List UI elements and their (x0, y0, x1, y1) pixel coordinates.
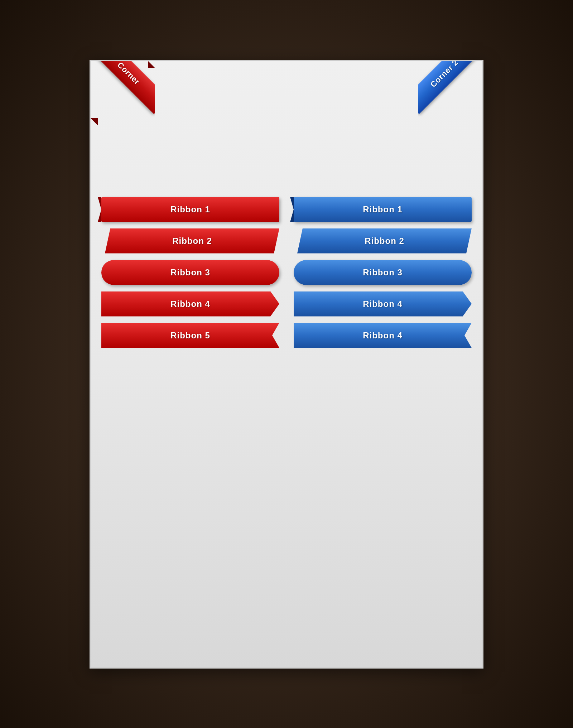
red-ribbon-4[interactable]: Ribbon 4 (101, 291, 279, 317)
red-ribbon-3-label: Ribbon 3 (170, 267, 210, 278)
red-ribbon-1-label: Ribbon 1 (170, 204, 210, 214)
blue-ribbon-4[interactable]: Ribbon 4 (294, 291, 472, 317)
corner-blue-label: Corner 2 (429, 61, 460, 89)
corner-red-fold-right (148, 61, 155, 68)
red-ribbon-5-label: Ribbon 5 (170, 331, 210, 341)
main-card: Corner Corner 2 Ribbon 1 Ribbon 2 Ribbon… (90, 60, 483, 669)
red-ribbon-3[interactable]: Ribbon 3 (101, 260, 279, 285)
blue-ribbon-2[interactable]: Ribbon 2 (297, 228, 472, 254)
ribbons-container: Ribbon 1 Ribbon 2 Ribbon 3 Ribbon 4 Ribb… (91, 197, 482, 351)
corner-red-band: Corner (91, 61, 155, 114)
blue-ribbon-column: Ribbon 1 Ribbon 2 Ribbon 3 Ribbon 4 Ribb… (294, 197, 472, 351)
blue-ribbon-3[interactable]: Ribbon 3 (294, 260, 472, 285)
corner-ribbon-red: Corner (91, 61, 155, 125)
blue-ribbon-4-label: Ribbon 4 (363, 299, 403, 309)
red-ribbon-2[interactable]: Ribbon 2 (105, 228, 279, 254)
corner-red-label: Corner (115, 61, 142, 87)
corner-ribbon-blue: Corner 2 (418, 61, 482, 125)
blue-ribbon-1[interactable]: Ribbon 1 (294, 197, 472, 222)
blue-ribbon-2-label: Ribbon 2 (365, 236, 404, 246)
blue-ribbon-1-label: Ribbon 1 (363, 204, 403, 214)
blue-ribbon-5[interactable]: Ribbon 4 (294, 323, 472, 348)
red-ribbon-4-label: Ribbon 4 (170, 299, 210, 309)
red-ribbon-2-label: Ribbon 2 (172, 236, 212, 246)
corner-blue-band: Corner 2 (418, 61, 482, 114)
red-ribbon-column: Ribbon 1 Ribbon 2 Ribbon 3 Ribbon 4 Ribb… (101, 197, 279, 351)
blue-ribbon-3-label: Ribbon 3 (363, 267, 403, 278)
red-ribbon-1[interactable]: Ribbon 1 (101, 197, 279, 222)
corner-red-fold-left (91, 118, 98, 125)
blue-ribbon-5-label: Ribbon 4 (363, 331, 403, 341)
red-ribbon-5[interactable]: Ribbon 5 (101, 323, 279, 348)
